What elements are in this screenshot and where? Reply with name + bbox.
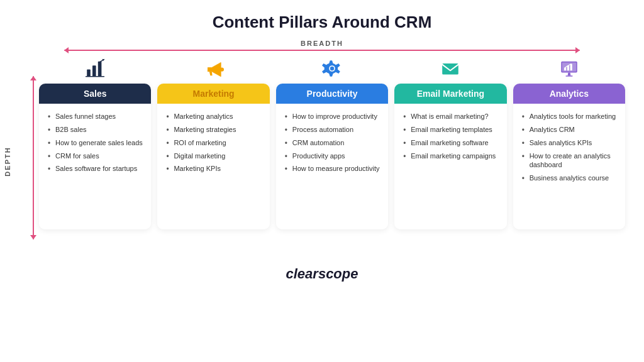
pillar-col-marketing: MarketingMarketing analyticsMarketing st… — [157, 57, 269, 229]
list-item: Email marketing campaigns — [402, 150, 499, 163]
svg-point-4 — [219, 67, 223, 71]
pillar-header-sales: Sales — [39, 84, 151, 104]
columns-container: SalesSales funnel stagesB2B salesHow to … — [39, 57, 625, 229]
main-area: DEPTH SalesSales funnel stagesB2B salesH… — [19, 57, 625, 258]
list-item: Analytics CRM — [521, 123, 618, 136]
pillar-col-sales: SalesSales funnel stagesB2B salesHow to … — [39, 57, 151, 229]
list-item: How to generate sales leads — [47, 136, 143, 150]
list-item: B2B sales — [47, 123, 143, 136]
list-item: ROI of marketing — [165, 136, 262, 150]
pillar-col-productivity: ProductivityHow to improve productivityP… — [276, 57, 388, 229]
list-item: Process automation — [284, 123, 380, 136]
list-item: How to improve productivity — [284, 110, 380, 123]
list-item: Sales software for startups — [47, 162, 143, 175]
svg-rect-8 — [443, 63, 459, 75]
list-item: Email marketing templates — [402, 123, 499, 136]
pillar-card-analytics: AnalyticsAnalytics tools for marketingAn… — [513, 84, 625, 229]
svg-rect-12 — [564, 67, 566, 70]
list-item: How to create an analytics dashboard — [521, 150, 618, 172]
pillar-header-email-marketing: Email Marketing — [394, 84, 506, 104]
pillar-card-email-marketing: Email MarketingWhat is email marketing?E… — [394, 84, 506, 229]
breadth-line — [64, 50, 580, 51]
depth-label-container: DEPTH — [19, 57, 36, 258]
pillar-card-sales: SalesSales funnel stagesB2B salesHow to … — [39, 84, 151, 229]
list-item: CRM automation — [284, 136, 380, 150]
list-item: Analytics tools for marketing — [521, 110, 618, 123]
svg-point-7 — [330, 67, 334, 70]
list-item: Sales analytics KPIs — [521, 136, 618, 150]
productivity-icon — [322, 57, 342, 80]
breadth-label: BREADTH — [301, 40, 343, 47]
list-item: Business analytics course — [521, 172, 618, 185]
list-item: Marketing strategies — [165, 123, 262, 136]
list-item: Sales funnel stages — [47, 110, 143, 123]
svg-rect-2 — [98, 62, 102, 77]
svg-rect-11 — [565, 75, 572, 77]
list-item: Marketing analytics — [165, 110, 262, 123]
email-marketing-icon — [440, 57, 460, 80]
pillar-card-productivity: ProductivityHow to improve productivityP… — [276, 84, 388, 229]
svg-rect-14 — [570, 64, 572, 70]
marketing-icon — [204, 57, 224, 80]
list-item: What is email marketing? — [402, 110, 499, 123]
svg-rect-1 — [92, 65, 96, 77]
list-item: CRM for sales — [47, 150, 143, 163]
list-item: Digital marketing — [165, 150, 262, 163]
list-item: Marketing KPIs — [165, 162, 262, 175]
analytics-icon — [559, 57, 579, 80]
pillar-header-marketing: Marketing — [157, 84, 269, 104]
list-item: How to measure productivity — [284, 162, 380, 175]
pillar-body-sales: Sales funnel stagesB2B salesHow to gener… — [39, 104, 151, 229]
pillar-header-productivity: Productivity — [276, 84, 388, 104]
svg-rect-0 — [87, 70, 91, 77]
sales-icon — [85, 57, 105, 80]
pillar-header-analytics: Analytics — [513, 84, 625, 104]
depth-line — [33, 76, 34, 239]
pillar-col-analytics: AnalyticsAnalytics tools for marketingAn… — [513, 57, 625, 229]
pillar-body-analytics: Analytics tools for marketingAnalytics C… — [513, 104, 625, 229]
pillar-card-marketing: MarketingMarketing analyticsMarketing st… — [157, 84, 269, 229]
list-item: Email marketing software — [402, 136, 499, 150]
pillar-body-email-marketing: What is email marketing?Email marketing … — [394, 104, 506, 229]
brand-label: clearscope — [286, 266, 358, 282]
list-item: Productivity apps — [284, 150, 380, 163]
pillar-body-productivity: How to improve productivityProcess autom… — [276, 104, 388, 229]
depth-label: DEPTH — [4, 146, 11, 176]
pillar-body-marketing: Marketing analyticsMarketing strategiesR… — [157, 104, 269, 229]
page-title: Content Pillars Around CRM — [213, 13, 432, 32]
pillar-col-email-marketing: Email MarketingWhat is email marketing?E… — [394, 57, 506, 229]
